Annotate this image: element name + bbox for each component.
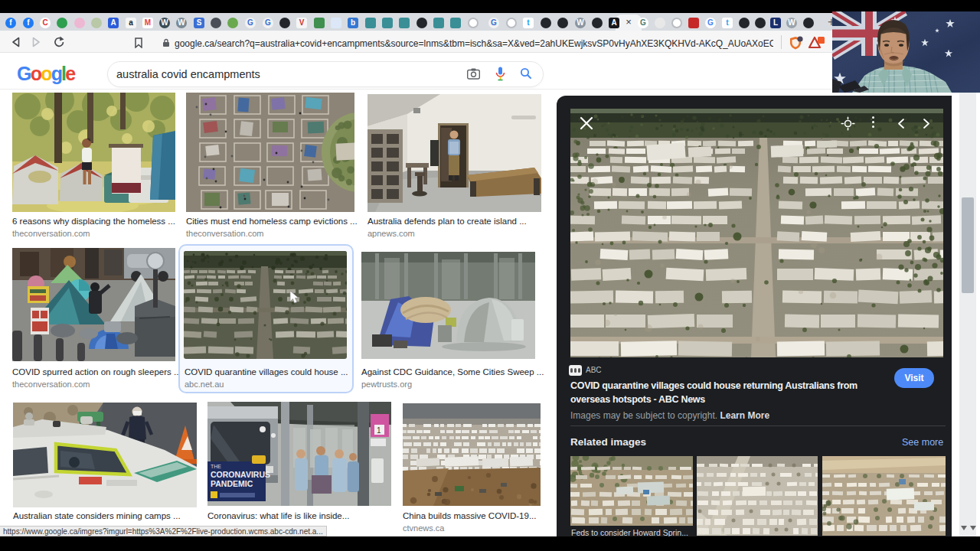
svg-text:THE: THE	[211, 464, 221, 469]
svg-text:CORONAVIRUS: CORONAVIRUS	[211, 470, 270, 479]
svg-text:PANDEMIC: PANDEMIC	[211, 479, 253, 488]
svg-text:1: 1	[377, 426, 381, 435]
